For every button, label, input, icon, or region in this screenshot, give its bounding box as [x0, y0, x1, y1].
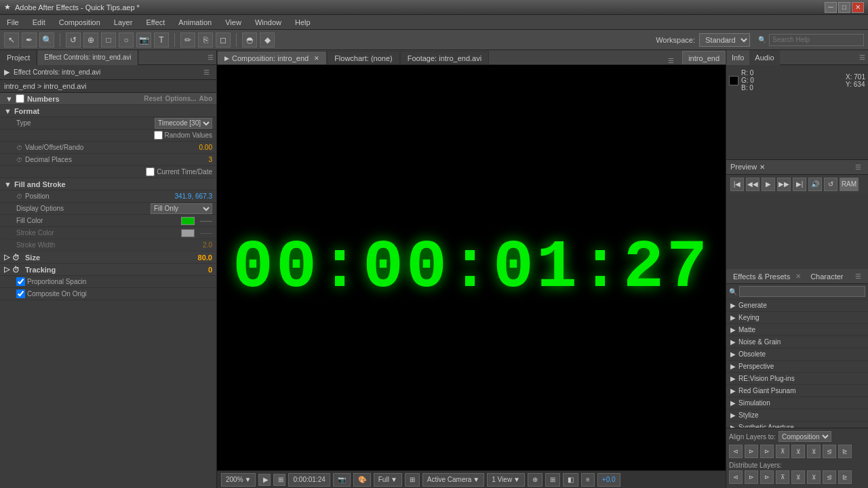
comp-tab-composition[interactable]: ▶ Composition: intro_end ✕: [217, 51, 327, 64]
reset-btn[interactable]: Reset: [144, 95, 162, 102]
tracking-section[interactable]: ▷ ⏱ Tracking 0: [0, 264, 216, 276]
menu-window[interactable]: Window: [248, 15, 288, 30]
menu-composition[interactable]: Composition: [52, 15, 107, 30]
effect-controls-menu[interactable]: ☰: [201, 68, 212, 76]
effect-obsolete[interactable]: ▶ Obsolete: [726, 348, 868, 361]
decimal-stopwatch[interactable]: ⏱: [16, 157, 22, 163]
align-center-v[interactable]: ⊻: [791, 445, 805, 458]
decimal-value[interactable]: 3: [208, 156, 212, 163]
proportional-checkbox[interactable]: [16, 277, 25, 286]
position-stopwatch[interactable]: ⏱: [16, 193, 22, 200]
align-top[interactable]: ⊼: [776, 445, 789, 458]
menu-edit[interactable]: Edit: [26, 15, 52, 30]
stroke-color-swatch[interactable]: [181, 229, 195, 237]
audio-btn[interactable]: 🔊: [808, 178, 822, 191]
dist-right[interactable]: ⊳: [760, 470, 774, 484]
effects-close[interactable]: ✕: [795, 272, 801, 280]
value-stopwatch[interactable]: ⏱: [16, 144, 22, 151]
snapshot-btn[interactable]: 📷: [333, 473, 351, 487]
dist-left[interactable]: ⊲: [729, 470, 743, 484]
workspace-select[interactable]: Standard: [699, 33, 750, 47]
display-options-select[interactable]: Fill Only Stroke Only Fill Over Stroke: [151, 203, 212, 214]
viewer-icon2[interactable]: ⊞: [545, 473, 560, 487]
zoom-tool[interactable]: 🔍: [39, 33, 54, 47]
effects-presets-tab[interactable]: Effects & Presets: [730, 272, 793, 281]
comp-tab-close[interactable]: ✕: [314, 52, 319, 65]
left-panel-menu[interactable]: ☰: [205, 54, 216, 61]
effect-red-giant[interactable]: ▶ Red Giant Psunam: [726, 385, 868, 397]
dist-top[interactable]: ⊼: [776, 470, 789, 484]
effect-generate[interactable]: ▶ Generate: [726, 300, 868, 312]
rotate-tool[interactable]: ↺: [66, 33, 81, 47]
ram-preview-btn[interactable]: RAM: [840, 178, 859, 191]
zoom-to-fit-btn[interactable]: 200% ▼: [221, 473, 256, 487]
effects-panel-menu[interactable]: ☰: [852, 272, 864, 280]
menu-file[interactable]: File: [0, 15, 26, 30]
size-section[interactable]: ▷ ⏱ Size 80.0: [0, 251, 216, 264]
loop-btn[interactable]: ↺: [824, 178, 837, 191]
maximize-button[interactable]: □: [838, 2, 850, 13]
format-section[interactable]: ▼ Format: [0, 105, 216, 117]
viewer-icon4[interactable]: ≡: [581, 473, 595, 487]
comp-tab-flowchart[interactable]: Flowchart: (none): [327, 51, 400, 64]
play-btn[interactable]: ▶: [762, 178, 775, 191]
comp-tabs-menu[interactable]: ☰: [665, 57, 677, 64]
fill-color-swatch[interactable]: [181, 217, 195, 225]
preview-panel-menu[interactable]: ☰: [852, 163, 864, 171]
viewer-tab-intro[interactable]: intro_end: [682, 51, 726, 64]
info-panel-menu[interactable]: ☰: [856, 54, 868, 61]
ellipse-tool[interactable]: ○: [119, 33, 134, 47]
menu-effect[interactable]: Effect: [139, 15, 172, 30]
camera-btn[interactable]: Active Camera ▼: [422, 473, 484, 487]
fill-stroke-section[interactable]: ▼ Fill and Stroke: [0, 178, 216, 190]
viewer-icon1[interactable]: ⊕: [528, 473, 542, 487]
anchor-tool[interactable]: ⊕: [83, 33, 98, 47]
options-btn[interactable]: Options...: [165, 95, 196, 102]
eraser-tool[interactable]: ◻: [216, 33, 231, 47]
size-value[interactable]: 80.0: [198, 253, 212, 262]
numbers-enabled-checkbox[interactable]: [16, 94, 24, 103]
close-button[interactable]: ✕: [852, 2, 864, 13]
align-left[interactable]: ⊲: [729, 445, 743, 458]
effect-perspective[interactable]: ▶ Perspective: [726, 361, 868, 373]
type-select[interactable]: Timecode [30]: [155, 118, 212, 129]
project-tab[interactable]: Project: [0, 50, 37, 65]
align-extra1[interactable]: ⊴: [823, 445, 836, 458]
camera-tool[interactable]: 📷: [136, 33, 151, 47]
random-values-checkbox[interactable]: [154, 131, 163, 140]
minimize-button[interactable]: ─: [825, 2, 837, 13]
menu-animation[interactable]: Animation: [172, 15, 218, 30]
magnification-btn[interactable]: +0.0: [597, 473, 620, 487]
align-to-select[interactable]: Composition: [778, 431, 831, 442]
brush-tool[interactable]: ✏: [180, 33, 195, 47]
position-value[interactable]: 341.9, 667.3: [174, 192, 212, 200]
pen-tool[interactable]: ✒: [22, 33, 37, 47]
resolution-btn[interactable]: ▶: [258, 474, 271, 486]
rect-tool[interactable]: □: [101, 33, 116, 47]
effect-matte[interactable]: ▶ Matte: [726, 324, 868, 336]
dist-center-h[interactable]: ⊳: [745, 470, 758, 484]
current-time-display[interactable]: 0:00:01:24: [288, 473, 330, 487]
effect-controls-tab[interactable]: Effect Controls: intro_end.avi: [37, 50, 138, 65]
grid-btn[interactable]: ⊞: [273, 474, 285, 486]
quality-btn[interactable]: Full ▼: [374, 473, 402, 487]
numbers-section[interactable]: ▼ Numbers Reset Options... Abo: [0, 93, 216, 105]
color-picker-btn[interactable]: 🎨: [353, 473, 371, 487]
effect-noise-grain[interactable]: ▶ Noise & Grain: [726, 336, 868, 348]
composite-checkbox[interactable]: [16, 289, 25, 298]
search-help-input[interactable]: [769, 34, 864, 46]
menu-help[interactable]: Help: [288, 15, 317, 30]
go-to-start-btn[interactable]: |◀: [730, 178, 744, 191]
tracking-value[interactable]: 0: [208, 266, 212, 274]
about-btn[interactable]: Abo: [199, 95, 212, 102]
tracking-stopwatch[interactable]: ⏱: [12, 266, 20, 274]
view-btn[interactable]: 1 View ▼: [487, 473, 525, 487]
dist-extra2[interactable]: ⊵: [838, 470, 852, 484]
go-to-end-btn[interactable]: ▶|: [793, 178, 806, 191]
value-value[interactable]: 0.00: [199, 144, 212, 151]
dist-bottom[interactable]: ⊻: [807, 470, 821, 484]
effect-keying[interactable]: ▶ Keying: [726, 312, 868, 324]
audio-tab[interactable]: Audio: [749, 50, 779, 65]
viewer-icon3[interactable]: ◧: [563, 473, 578, 487]
effect-stylize[interactable]: ▶ Stylize: [726, 409, 868, 422]
